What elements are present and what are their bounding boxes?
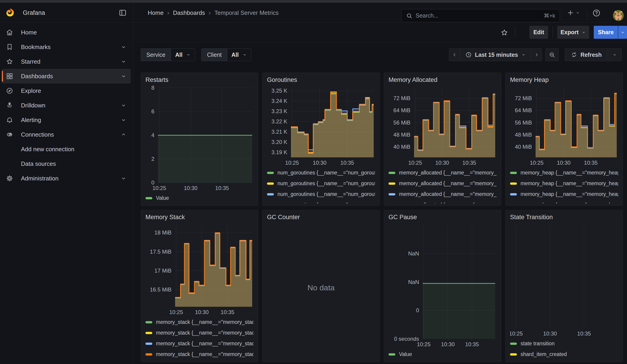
panel-title[interactable]: Memory Heap [510,76,618,86]
legend-item[interactable]: num_goroutines {__name__="num_goroutines… [267,189,375,200]
panel-title[interactable]: Memory Stack [146,214,254,223]
gear-icon [6,175,13,182]
legend-label: memory_heap {__name__="memory_heap", ins… [521,202,618,204]
legend-item[interactable]: shard_item_created [510,349,618,360]
sidebar-item-dashboards[interactable]: Dashboards [2,69,131,84]
legend-item[interactable]: memory_heap {__name__="memory_heap", ins… [510,200,618,204]
chevron-right-icon [534,52,539,57]
toolbar-divider [553,26,553,38]
panel-legend: Value [388,348,497,360]
legend-swatch [146,353,152,356]
service-variable-select[interactable]: All [171,49,195,61]
panel-title[interactable]: State Transition [510,214,618,223]
panel-memory-stack: Memory Stack 16.5 MiB17 MiB17.5 MiB18 Mi… [141,210,258,362]
help-icon[interactable] [592,9,601,17]
panel-title[interactable]: GC Pause [388,214,497,223]
chevron-down-icon[interactable] [121,73,127,79]
svg-text:56 MiB: 56 MiB [515,119,532,126]
legend-label: Value [399,351,412,357]
panel-chart[interactable]: 40 MiB48 MiB56 MiB64 MiB72 MiB10:2510:30… [510,86,618,166]
sidebar-toggle-icon[interactable] [119,9,127,17]
search-icon [406,12,413,19]
legend-label: memory_stack {__name__="memory_stack", i… [156,351,254,357]
legend-label: memory_stack {__name__="memory_stack", i… [156,341,254,347]
legend-item[interactable]: memory_allocated {__name__="memory_alloc… [388,189,497,200]
sidebar-item-administration[interactable]: Administration [2,171,131,186]
add-new-button[interactable] [567,9,583,17]
svg-text:10:35: 10:35 [340,160,354,166]
panel-chart[interactable]: 40 MiB48 MiB56 MiB64 MiB72 MiB10:2510:30… [388,86,497,166]
panel-legend: memory_allocated {__name__="memory_alloc… [388,166,497,204]
panel-title[interactable]: Goroutines [267,76,375,86]
legend-swatch [146,343,152,345]
time-shift-back-button[interactable] [449,48,460,61]
favorite-star-icon[interactable] [500,29,508,37]
share-button[interactable]: Share [594,26,618,39]
legend-item[interactable]: memory_heap {__name__="memory_heap", ins… [510,178,618,189]
panel-chart[interactable]: 10:2510:3010:35 [510,223,618,337]
client-variable-select[interactable]: All [227,49,251,61]
svg-text:48 MiB: 48 MiB [515,132,532,138]
panel-chart[interactable]: 16.5 MiB17 MiB17.5 MiB18 MiB10:2510:3010… [146,223,254,316]
legend-item[interactable]: memory_heap {__name__="memory_heap", ins… [510,189,618,200]
sidebar-item-bookmarks[interactable]: Bookmarks [2,40,131,54]
active-accent-bar [2,71,3,82]
legend-item[interactable]: memory_stack {__name__="memory_stack", i… [146,349,254,360]
panel-chart[interactable]: 0246810:2510:3010:35 [146,86,254,192]
chevron-down-icon[interactable] [121,59,127,64]
sidebar-item-alerting[interactable]: Alerting [2,113,131,127]
legend-item[interactable]: memory_stack {__name__="memory_stack", i… [146,327,254,338]
svg-text:2: 2 [151,156,154,162]
legend-item[interactable]: num_goroutines {__name__="num_goroutines… [267,178,375,189]
svg-text:3.19 K: 3.19 K [271,149,287,155]
panel-title[interactable]: GC Counter [267,214,375,223]
sidebar-nav: Home Bookmarks Starred Dashboards Explor… [0,23,133,364]
legend-item[interactable]: memory_stack {__name__="memory_stack", i… [146,338,254,349]
chevron-down-icon[interactable] [121,175,127,181]
chevron-down-icon[interactable] [121,117,127,123]
chevron-down-icon[interactable] [121,44,127,50]
user-avatar[interactable] [613,10,624,21]
legend-item[interactable]: Value [146,193,254,204]
legend-item[interactable]: memory_heap {__name__="memory_heap", ins… [510,167,618,178]
panel-title[interactable]: Restarts [146,76,254,86]
panel-title[interactable]: Memory Allocated [388,76,497,86]
brand-name: Grafana [23,3,45,23]
breadcrumb-home[interactable]: Home [148,9,163,16]
svg-text:3.22 K: 3.22 K [271,118,287,124]
sidebar-item-connections[interactable]: Connections [2,127,131,142]
bell-icon [6,116,13,124]
sidebar-item-explore[interactable]: Explore [2,84,131,98]
sidebar-item-home[interactable]: Home [2,25,131,40]
share-options-button[interactable] [618,26,627,39]
legend-label: memory_allocated {__name__="memory_alloc… [399,202,497,204]
search-input[interactable]: Search... ⌘+k [401,9,560,22]
breadcrumb-dashboards[interactable]: Dashboards [173,9,205,16]
time-range-picker[interactable]: Last 15 minutes [460,48,531,61]
edit-button[interactable]: Edit [529,26,548,39]
legend-item[interactable]: Value [388,349,497,360]
sidebar-item-data-sources[interactable]: Data sources [2,156,131,171]
export-button[interactable]: Export [557,26,589,39]
refresh-interval-button[interactable] [608,48,622,61]
sidebar-item-drilldown[interactable]: Drilldown [2,98,131,113]
legend-item[interactable]: memory_stack {__name__="memory_stack", i… [146,317,254,327]
legend-item[interactable]: state transition [510,338,618,349]
chevron-up-icon[interactable] [121,132,127,138]
panel-chart[interactable]: NaNNaN00 seconds10:2510:3010:35 [388,223,497,348]
chevron-down-icon[interactable] [121,103,127,108]
legend-label: num_goroutines {__name__="num_goroutines… [277,170,375,176]
sidebar-item-starred[interactable]: Starred [2,54,131,69]
legend-item[interactable]: memory_allocated {__name__="memory_alloc… [388,178,497,189]
refresh-button[interactable]: Refresh [565,48,608,61]
sidebar-item-add-new-connection[interactable]: Add new connection [2,142,131,156]
breadcrumb: Home › Dashboards › Temporal Server Metr… [148,3,279,23]
legend-item[interactable]: memory_allocated {__name__="memory_alloc… [388,167,497,178]
chevron-left-icon [452,52,457,57]
legend-item[interactable]: memory_allocated {__name__="memory_alloc… [388,200,497,204]
zoom-out-button[interactable] [545,48,559,61]
panel-chart[interactable]: 3.19 K3.20 K3.21 K3.22 K3.23 K3.24 K3.25… [267,86,375,166]
legend-item[interactable]: num_goroutines {__name__="num_goroutines… [267,167,375,178]
legend-item[interactable]: num_goroutines {__name__="num_goroutines… [267,200,375,204]
time-shift-forward-button[interactable] [531,48,542,61]
